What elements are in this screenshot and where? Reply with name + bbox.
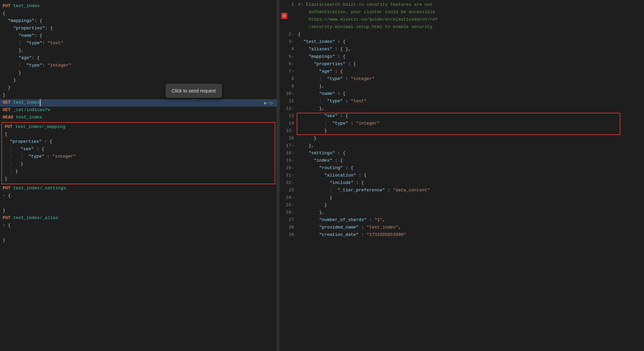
right-line: 24 } xyxy=(280,194,644,202)
line-code: "include" : { xyxy=(297,180,644,187)
line-number: 7 xyxy=(280,68,297,75)
line-code: "properties" : { xyxy=(297,61,644,68)
play-icon[interactable]: ▶ xyxy=(264,99,267,108)
tooltip-text: Click to send request xyxy=(172,88,216,93)
line-number: 22 xyxy=(280,180,297,187)
line-code: { xyxy=(297,31,644,38)
code-line: "properties": { xyxy=(0,25,277,32)
code-line: - { xyxy=(0,222,277,230)
code-line: │ } xyxy=(2,168,275,176)
line-code: } xyxy=(297,194,644,201)
line-number: 29 xyxy=(280,232,297,239)
right-line: 1 #! Elasticsearch built-in security fea… xyxy=(280,1,644,9)
right-line: 3 "test_index" : { xyxy=(280,38,644,46)
panel-divider[interactable]: ⁞ xyxy=(277,0,280,351)
keyword-put: PUT xyxy=(5,124,13,131)
code-line: } xyxy=(0,92,277,99)
right-line: authentication, your cluster could be ac… xyxy=(280,9,644,16)
code-line: │ "sex" : { xyxy=(2,146,275,153)
right-line: 16 } xyxy=(280,135,644,142)
code-line: HEAD test_index xyxy=(0,114,277,122)
right-line: 4 "aliases" : { }, xyxy=(280,46,644,53)
right-code-content: 1 #! Elasticsearch built-in security fea… xyxy=(280,0,644,240)
right-line: 20 "routing" : { xyxy=(280,165,644,172)
line-code: "aliases" : { }, xyxy=(297,46,644,53)
cat-indices: _cat/indices?v xyxy=(13,107,50,114)
get-test-index-line[interactable]: GET test_index ▶ ⟳ xyxy=(0,99,277,107)
right-line: 17 }, xyxy=(280,142,644,150)
line-number: 20 xyxy=(280,165,297,172)
code-line: { xyxy=(2,131,275,138)
line-number: 25 xyxy=(280,202,297,209)
red-box-left: PUT test_index/_mapping { "properties" :… xyxy=(1,122,275,184)
line-code: "settings" : { xyxy=(297,150,644,157)
line-number: 8 xyxy=(280,76,297,83)
code-line: "mappings": { xyxy=(0,18,277,25)
line-number: 9 xyxy=(280,83,297,90)
right-line: 27 "number_of_shards" : "1", xyxy=(280,217,644,224)
line-number: 13 xyxy=(280,113,297,120)
line-code: } xyxy=(297,202,644,209)
code-line: "properties" : { xyxy=(2,138,275,146)
line-code: │ "type" : "integer" xyxy=(297,76,644,83)
line-number: 26 xyxy=(280,209,297,216)
line-number: 17 xyxy=(280,142,297,150)
index-name: test_index xyxy=(13,3,40,10)
line-number: 10 xyxy=(280,90,297,98)
mapping-path: test_index/_mapping xyxy=(15,124,65,131)
keyword-head: HEAD xyxy=(3,114,13,121)
line-number: 19 xyxy=(280,157,297,164)
code-line: "age": { xyxy=(0,55,277,62)
wrench-icon[interactable]: ⟳ xyxy=(269,100,273,107)
line-number: 3 xyxy=(280,38,297,46)
line-number: 1 xyxy=(280,1,297,8)
line-code: "age" : { xyxy=(297,68,644,75)
code-line: } xyxy=(0,77,277,84)
line-code: "number_of_shards" : "1", xyxy=(297,217,644,224)
left-panel: PUT test_index { "mappings": { "properti… xyxy=(0,0,277,351)
code-line: PUT test_index/_mapping xyxy=(2,124,275,131)
keyword-put: PUT xyxy=(3,3,10,10)
line-number: 28 xyxy=(280,224,297,231)
code-line: │ │ "type" : "integer" xyxy=(2,153,275,161)
line-code: "index" : { xyxy=(297,157,644,164)
line-code: "mappings" : { xyxy=(297,53,644,60)
code-line: │ "type": "text" xyxy=(0,40,277,47)
line-code: │ "_tier_preference" : "data_content" xyxy=(297,187,644,194)
right-line: 6 "properties" : { xyxy=(280,61,644,68)
right-line: 22 "include" : { xyxy=(280,180,644,187)
right-line: 23 │ "_tier_preference" : "data_content" xyxy=(280,187,644,194)
right-line: 8 │ "type" : "integer" xyxy=(280,76,644,83)
alias-path: test_index/_alias xyxy=(13,215,58,222)
line-code: authentication, your cluster could be ac… xyxy=(297,9,644,16)
line-code: │ "type" : "text" xyxy=(297,98,644,105)
line-action-icons: ▶ ⟳ xyxy=(264,99,273,108)
line-number: 6 xyxy=(280,61,297,68)
close-button[interactable]: ✕ xyxy=(281,13,287,19)
code-line: } xyxy=(0,70,277,77)
right-line: 5 "mappings" : { xyxy=(280,53,644,61)
line-number: 4 xyxy=(280,46,297,53)
code-line: }, xyxy=(0,47,277,55)
index-name-get: test_index xyxy=(13,99,40,106)
line-number: 2 xyxy=(280,31,297,38)
code-line xyxy=(0,200,277,207)
line-number: 21 xyxy=(280,172,297,179)
code-line: PUT test_index/_alias xyxy=(0,215,277,222)
code-line: { xyxy=(0,10,277,18)
code-line: } xyxy=(0,237,277,244)
code-line: "name": { xyxy=(0,32,277,40)
right-line: 14 │ "type" : "integer" xyxy=(280,120,627,128)
line-number: 23 xyxy=(280,187,297,194)
line-number: 12 xyxy=(280,105,297,112)
right-red-box-container: 13 "sex" : { 14 │ "type" : "integer" 15 … xyxy=(280,113,627,135)
line-code: } xyxy=(297,128,627,135)
settings-path: test_index/_settings xyxy=(13,185,66,192)
right-line: 12 }, xyxy=(280,105,644,113)
line-number: 18 xyxy=(280,150,297,157)
line-code: "routing" : { xyxy=(297,165,644,172)
line-code: "allocation" : { xyxy=(297,172,644,179)
keyword-get: GET xyxy=(3,107,10,114)
code-line: PUT test_index/_settings xyxy=(0,185,277,192)
code-line: } xyxy=(2,176,275,183)
